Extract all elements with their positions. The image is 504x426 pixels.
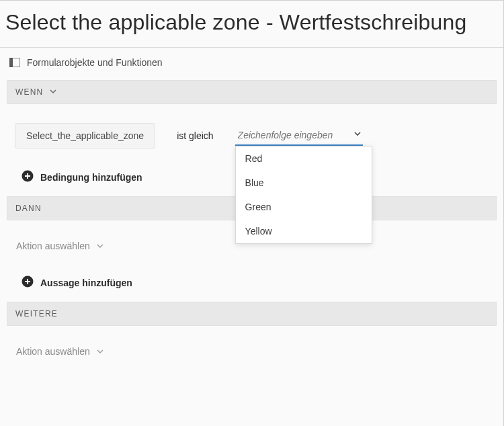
page-title: Select the applicable zone - Wertfestsch…	[0, 1, 503, 48]
chevron-down-icon	[97, 241, 103, 251]
add-statement-label: Aussage hinzufügen	[40, 278, 132, 288]
value-combobox[interactable]: Red Blue Green Yellow	[235, 126, 363, 146]
add-statement-button[interactable]: Aussage hinzufügen	[7, 270, 497, 302]
add-condition-label: Bedingung hinzufügen	[40, 172, 142, 183]
chevron-down-icon	[97, 346, 103, 357]
field-chip[interactable]: Select_the_applicable_zone	[15, 123, 155, 148]
section-then-label: DANN	[15, 204, 42, 213]
form-objects-icon	[9, 58, 20, 67]
value-input[interactable]	[235, 126, 363, 146]
dropdown-option[interactable]: Green	[236, 195, 372, 219]
action-select-label: Aktion auswählen	[16, 346, 90, 357]
rule-row: Select_the_applicable_zone ist gleich Re…	[7, 104, 497, 165]
svg-rect-1	[9, 58, 13, 67]
plus-circle-icon	[22, 170, 34, 184]
section-else-label: WEITERE	[15, 309, 58, 318]
chevron-down-icon	[50, 87, 56, 97]
else-action-select[interactable]: Aktion auswählen	[7, 326, 497, 376]
value-dropdown: Red Blue Green Yellow	[235, 146, 372, 244]
section-else-header: WEITERE	[7, 302, 497, 326]
action-select-label: Aktion auswählen	[16, 241, 90, 251]
operator-label[interactable]: ist gleich	[177, 130, 213, 141]
toolbar: Formularobjekte und Funktionen	[0, 48, 503, 80]
section-when-label: WENN	[15, 87, 43, 97]
dropdown-option[interactable]: Red	[236, 146, 372, 171]
dropdown-option[interactable]: Blue	[236, 171, 372, 195]
plus-circle-icon	[22, 275, 34, 290]
section-when-header[interactable]: WENN	[7, 80, 497, 104]
dropdown-option[interactable]: Yellow	[236, 219, 372, 243]
toolbar-label[interactable]: Formularobjekte und Funktionen	[27, 57, 163, 68]
chevron-down-icon[interactable]	[353, 128, 362, 136]
